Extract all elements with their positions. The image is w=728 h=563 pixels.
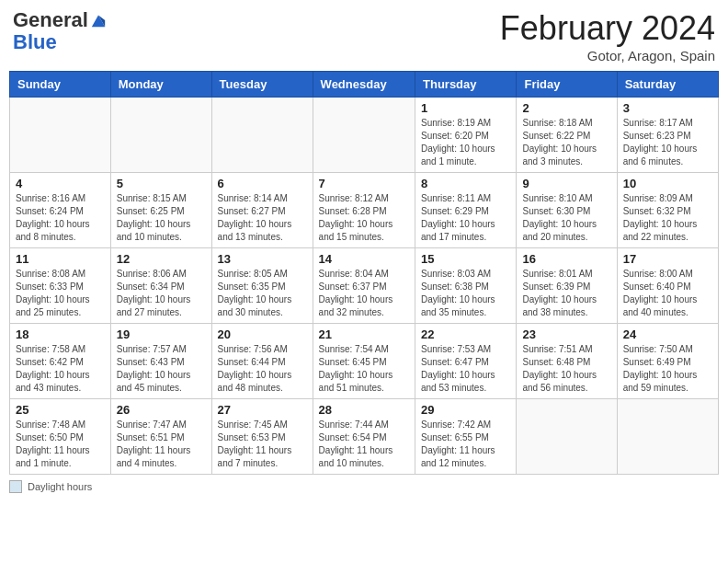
- title-area: February 2024 Gotor, Aragon, Spain: [500, 9, 715, 63]
- calendar-cell: 8Sunrise: 8:11 AM Sunset: 6:29 PM Daylig…: [415, 173, 517, 248]
- calendar-cell: 3Sunrise: 8:17 AM Sunset: 6:23 PM Daylig…: [617, 98, 718, 173]
- week-row-0: 1Sunrise: 8:19 AM Sunset: 6:20 PM Daylig…: [10, 98, 719, 173]
- calendar-cell: 6Sunrise: 8:14 AM Sunset: 6:27 PM Daylig…: [211, 173, 313, 248]
- day-info: Sunrise: 8:00 AM Sunset: 6:40 PM Dayligh…: [623, 268, 712, 319]
- daylight-label: Daylight hours: [28, 481, 92, 492]
- logo: General Blue: [13, 9, 107, 53]
- page-header: General Blue February 2024 Gotor, Aragon…: [9, 9, 719, 63]
- day-info: Sunrise: 7:51 AM Sunset: 6:48 PM Dayligh…: [522, 343, 610, 395]
- day-info: Sunrise: 8:12 AM Sunset: 6:28 PM Dayligh…: [319, 192, 409, 244]
- calendar-cell: [517, 399, 617, 475]
- week-row-4: 25Sunrise: 7:48 AM Sunset: 6:50 PM Dayli…: [10, 399, 719, 475]
- day-info: Sunrise: 8:16 AM Sunset: 6:24 PM Dayligh…: [16, 192, 105, 244]
- day-info: Sunrise: 8:18 AM Sunset: 6:22 PM Dayligh…: [522, 117, 610, 168]
- calendar-cell: 19Sunrise: 7:57 AM Sunset: 6:43 PM Dayli…: [110, 324, 211, 399]
- day-number: 7: [319, 177, 409, 190]
- day-info: Sunrise: 8:10 AM Sunset: 6:30 PM Dayligh…: [522, 192, 610, 244]
- calendar-cell: 23Sunrise: 7:51 AM Sunset: 6:48 PM Dayli…: [517, 324, 617, 399]
- day-number: 2: [522, 101, 610, 115]
- calendar-cell: 26Sunrise: 7:47 AM Sunset: 6:51 PM Dayli…: [110, 399, 211, 475]
- day-info: Sunrise: 7:48 AM Sunset: 6:50 PM Dayligh…: [16, 419, 105, 470]
- calendar-cell: 4Sunrise: 8:16 AM Sunset: 6:24 PM Daylig…: [10, 173, 111, 248]
- day-number: 14: [319, 252, 409, 266]
- logo-general: General: [13, 9, 88, 31]
- calendar-cell: 9Sunrise: 8:10 AM Sunset: 6:30 PM Daylig…: [517, 173, 617, 248]
- calendar-cell: 5Sunrise: 8:15 AM Sunset: 6:25 PM Daylig…: [110, 173, 211, 248]
- calendar-cell: 24Sunrise: 7:50 AM Sunset: 6:49 PM Dayli…: [617, 324, 718, 399]
- day-number: 6: [218, 177, 307, 190]
- day-number: 1: [421, 101, 510, 115]
- calendar-cell: 7Sunrise: 8:12 AM Sunset: 6:28 PM Daylig…: [313, 173, 415, 248]
- calendar-header-row: SundayMondayTuesdayWednesdayThursdayFrid…: [10, 72, 719, 98]
- day-number: 22: [421, 327, 510, 341]
- calendar-cell: [617, 399, 718, 475]
- day-info: Sunrise: 8:15 AM Sunset: 6:25 PM Dayligh…: [117, 192, 206, 244]
- day-number: 5: [117, 177, 206, 190]
- day-number: 25: [16, 403, 105, 417]
- calendar-cell: 10Sunrise: 8:09 AM Sunset: 6:32 PM Dayli…: [617, 173, 718, 248]
- calendar-cell: 25Sunrise: 7:48 AM Sunset: 6:50 PM Dayli…: [10, 399, 111, 475]
- day-number: 3: [623, 101, 712, 115]
- calendar-header-friday: Friday: [517, 72, 617, 98]
- calendar-cell: 12Sunrise: 8:06 AM Sunset: 6:34 PM Dayli…: [110, 248, 211, 324]
- day-info: Sunrise: 8:19 AM Sunset: 6:20 PM Dayligh…: [421, 117, 510, 168]
- day-info: Sunrise: 7:54 AM Sunset: 6:45 PM Dayligh…: [319, 343, 409, 395]
- day-info: Sunrise: 8:01 AM Sunset: 6:39 PM Dayligh…: [522, 268, 610, 319]
- day-number: 15: [421, 252, 510, 266]
- calendar-cell: 18Sunrise: 7:58 AM Sunset: 6:42 PM Dayli…: [10, 324, 111, 399]
- location: Gotor, Aragon, Spain: [500, 48, 715, 63]
- day-number: 18: [16, 327, 105, 341]
- day-info: Sunrise: 8:09 AM Sunset: 6:32 PM Dayligh…: [623, 192, 712, 244]
- day-info: Sunrise: 8:03 AM Sunset: 6:38 PM Dayligh…: [421, 268, 510, 319]
- day-info: Sunrise: 7:50 AM Sunset: 6:49 PM Dayligh…: [623, 343, 712, 395]
- calendar-header-saturday: Saturday: [617, 72, 718, 98]
- day-number: 23: [522, 327, 610, 341]
- day-number: 9: [522, 177, 610, 190]
- calendar-header-monday: Monday: [110, 72, 211, 98]
- week-row-2: 11Sunrise: 8:08 AM Sunset: 6:33 PM Dayli…: [10, 248, 719, 324]
- calendar-cell: 21Sunrise: 7:54 AM Sunset: 6:45 PM Dayli…: [313, 324, 415, 399]
- calendar-header-thursday: Thursday: [415, 72, 517, 98]
- day-number: 24: [623, 327, 712, 341]
- day-info: Sunrise: 8:14 AM Sunset: 6:27 PM Dayligh…: [218, 192, 307, 244]
- day-number: 8: [421, 177, 510, 190]
- day-number: 21: [319, 327, 409, 341]
- logo-icon: [90, 12, 107, 29]
- calendar-cell: [313, 98, 415, 173]
- day-number: 20: [218, 327, 307, 341]
- calendar-cell: 22Sunrise: 7:53 AM Sunset: 6:47 PM Dayli…: [415, 324, 517, 399]
- calendar-cell: 11Sunrise: 8:08 AM Sunset: 6:33 PM Dayli…: [10, 248, 111, 324]
- day-number: 12: [117, 252, 206, 266]
- day-info: Sunrise: 7:56 AM Sunset: 6:44 PM Dayligh…: [218, 343, 307, 395]
- day-number: 26: [117, 403, 206, 417]
- day-info: Sunrise: 7:45 AM Sunset: 6:53 PM Dayligh…: [218, 419, 307, 470]
- calendar-cell: 13Sunrise: 8:05 AM Sunset: 6:35 PM Dayli…: [211, 248, 313, 324]
- day-number: 27: [218, 403, 307, 417]
- calendar-header-tuesday: Tuesday: [211, 72, 313, 98]
- calendar-cell: [10, 98, 111, 173]
- calendar-header-wednesday: Wednesday: [313, 72, 415, 98]
- calendar-cell: 16Sunrise: 8:01 AM Sunset: 6:39 PM Dayli…: [517, 248, 617, 324]
- calendar-cell: [211, 98, 313, 173]
- day-info: Sunrise: 8:11 AM Sunset: 6:29 PM Dayligh…: [421, 192, 510, 244]
- day-number: 4: [16, 177, 105, 190]
- calendar-table: SundayMondayTuesdayWednesdayThursdayFrid…: [9, 71, 719, 475]
- day-info: Sunrise: 8:17 AM Sunset: 6:23 PM Dayligh…: [623, 117, 712, 168]
- calendar-cell: 14Sunrise: 8:04 AM Sunset: 6:37 PM Dayli…: [313, 248, 415, 324]
- week-row-3: 18Sunrise: 7:58 AM Sunset: 6:42 PM Dayli…: [10, 324, 719, 399]
- calendar-cell: 29Sunrise: 7:42 AM Sunset: 6:55 PM Dayli…: [415, 399, 517, 475]
- day-number: 19: [117, 327, 206, 341]
- daylight-box: [9, 480, 22, 493]
- day-info: Sunrise: 7:42 AM Sunset: 6:55 PM Dayligh…: [421, 419, 510, 470]
- calendar-cell: 28Sunrise: 7:44 AM Sunset: 6:54 PM Dayli…: [313, 399, 415, 475]
- calendar-cell: [110, 98, 211, 173]
- day-number: 11: [16, 252, 105, 266]
- calendar-cell: 2Sunrise: 8:18 AM Sunset: 6:22 PM Daylig…: [517, 98, 617, 173]
- day-info: Sunrise: 8:05 AM Sunset: 6:35 PM Dayligh…: [218, 268, 307, 319]
- day-info: Sunrise: 7:58 AM Sunset: 6:42 PM Dayligh…: [16, 343, 105, 395]
- logo-blue: Blue: [13, 31, 107, 53]
- calendar-header-sunday: Sunday: [10, 72, 111, 98]
- calendar-cell: 1Sunrise: 8:19 AM Sunset: 6:20 PM Daylig…: [415, 98, 517, 173]
- day-number: 28: [319, 403, 409, 417]
- day-number: 29: [421, 403, 510, 417]
